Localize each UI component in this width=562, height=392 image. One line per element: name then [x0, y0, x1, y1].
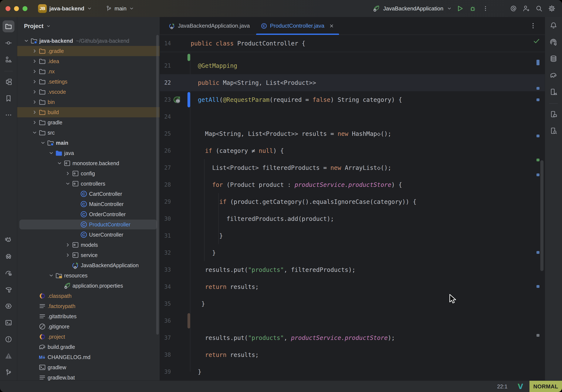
code-line-28[interactable]: 28for (Product product : productService.… — [160, 176, 545, 193]
code-with-me-button[interactable] — [522, 4, 531, 13]
tool-button-warning[interactable] — [2, 350, 14, 362]
tree-item-service[interactable]: service — [17, 250, 160, 260]
code-line-24[interactable]: 24 — [160, 108, 545, 125]
close-icon[interactable] — [329, 23, 334, 29]
tool-button-git-branch[interactable] — [2, 367, 14, 378]
code-line-39[interactable]: 39} — [160, 363, 545, 380]
more-run-actions-button[interactable] — [481, 4, 490, 13]
tree-item-gradlew[interactable]: gradlew — [17, 362, 160, 372]
chevron-down-icon[interactable] — [40, 140, 47, 146]
chevron-right-icon[interactable] — [65, 242, 71, 248]
tree-item-.gitignore[interactable]: .gitignore — [17, 321, 160, 332]
tool-button-elephant[interactable] — [548, 69, 560, 81]
code-line-29[interactable]: 29if (product.getCategory().equalsIgnore… — [160, 193, 545, 210]
settings-button[interactable] — [547, 4, 556, 13]
tool-button-build[interactable] — [2, 284, 14, 296]
tool-button-more[interactable] — [2, 109, 14, 121]
project-switcher[interactable]: JB java-backend — [38, 4, 92, 13]
tree-item-resources[interactable]: resources — [17, 270, 160, 281]
tool-button-project[interactable] — [2, 20, 14, 32]
tool-button-bell[interactable] — [548, 20, 560, 31]
chevron-right-icon[interactable] — [32, 69, 38, 74]
chevron-right-icon[interactable] — [32, 79, 38, 85]
tool-button-incognito[interactable] — [2, 250, 14, 262]
editor-tab-ProductController.java[interactable]: CProductController.java — [255, 17, 340, 35]
sticky-line-14[interactable]: 14public class ProductController { — [160, 35, 545, 52]
tool-button-device-window[interactable] — [548, 108, 560, 120]
run-button[interactable] — [455, 4, 465, 13]
caret-position-widget[interactable]: 22:1 — [497, 383, 508, 390]
tool-button-device-android[interactable] — [548, 86, 560, 98]
code-line-23[interactable]: 23getAll(@RequestParam(required = false)… — [160, 91, 545, 108]
tree-item-build.gradle[interactable]: build.gradle — [17, 342, 160, 352]
tree-item-ProductController[interactable]: CProductController — [17, 219, 160, 230]
tree-item-models[interactable]: models — [17, 240, 160, 250]
tree-item-UserController[interactable]: CUserController — [17, 230, 160, 240]
tree-item-build[interactable]: build — [17, 107, 160, 117]
tool-button-structure[interactable] — [2, 54, 14, 65]
code-line-25[interactable]: 25Map<String, List<Product>> results = n… — [160, 125, 545, 142]
chevron-right-icon[interactable] — [32, 109, 38, 115]
tree-item-monostore.backend[interactable]: monostore.backend — [17, 158, 160, 168]
chevron-right-icon[interactable] — [65, 252, 71, 258]
tree-item-main[interactable]: main — [17, 138, 160, 148]
tree-item-.gradle[interactable]: .gradle — [17, 46, 160, 56]
chevron-down-icon[interactable] — [23, 38, 30, 44]
tree-item-gradlew.bat[interactable]: gradlew.bat — [17, 372, 160, 380]
inspections-ok-icon[interactable] — [533, 37, 540, 45]
tree-item-src[interactable]: src — [17, 128, 160, 138]
tree-item-JavaBackendApplication[interactable]: JavaBackendApplication — [17, 260, 160, 270]
tool-button-ai-chat[interactable] — [548, 36, 560, 48]
chevron-right-icon[interactable] — [65, 170, 71, 177]
tree-item-OrderController[interactable]: COrderController — [17, 209, 160, 219]
chevron-down-icon[interactable] — [32, 130, 38, 136]
tool-button-device-search[interactable] — [548, 125, 560, 137]
debug-button[interactable] — [468, 4, 477, 13]
editor-content[interactable]: 14public class ProductController {21@Get… — [160, 35, 545, 380]
tree-item-MainController[interactable]: CMainController — [17, 199, 160, 209]
tree-item-gradle[interactable]: gradle — [17, 117, 160, 128]
code-line-21[interactable]: 21@GetMapping — [160, 57, 545, 74]
editor-options-button[interactable] — [529, 22, 537, 29]
search-everywhere-button[interactable] — [534, 4, 544, 13]
ideavim-icon[interactable]: V — [518, 382, 523, 391]
tool-button-bookmark[interactable] — [2, 93, 14, 104]
tree-item-CHANGELOG.md[interactable]: MCHANGELOG.md — [17, 352, 160, 362]
code-line-30[interactable]: 30filteredProducts.add(product); — [160, 210, 545, 227]
tree-item-application.properties[interactable]: application.properties — [17, 281, 160, 291]
editor-scrollbar[interactable] — [540, 160, 543, 271]
code-line-36[interactable]: 36 — [160, 312, 545, 329]
code-line-37[interactable]: 37results.put("products", productService… — [160, 329, 545, 346]
code-line-22[interactable]: 22public Map<String, List<Product>> — [160, 74, 545, 91]
chevron-right-icon[interactable] — [32, 58, 38, 64]
tool-button-windows[interactable] — [2, 76, 14, 88]
chevron-right-icon[interactable] — [32, 119, 38, 125]
tree-scrollbar[interactable] — [156, 35, 159, 335]
code-line-38[interactable]: 38return results; — [160, 346, 545, 363]
tree-item-.nx[interactable]: .nx — [17, 66, 160, 77]
code-line-32[interactable]: 32} — [160, 244, 545, 261]
code-line-35[interactable]: 35} — [160, 295, 545, 312]
tool-button-services[interactable] — [2, 300, 14, 312]
tool-button-database[interactable] — [548, 53, 560, 65]
chevron-right-icon[interactable] — [32, 99, 38, 105]
chevron-down-icon[interactable] — [65, 181, 71, 187]
tool-button-terminal[interactable] — [2, 317, 14, 329]
ai-assistant-button[interactable] — [509, 4, 518, 13]
project-panel-header[interactable]: Project — [17, 17, 160, 35]
code-line-33[interactable]: 33results.put("products", filteredProduc… — [160, 261, 545, 278]
branch-switcher[interactable]: main — [106, 5, 134, 12]
code-line-27[interactable]: 27List<Product> filteredProducts = new A… — [160, 159, 545, 176]
tree-item-.project[interactable]: .project — [17, 332, 160, 342]
chevron-down-icon[interactable] — [48, 273, 55, 278]
tree-item-.gitattributes[interactable]: .gitattributes — [17, 311, 160, 321]
tree-item-CartController[interactable]: CCartController — [17, 189, 160, 199]
tree-item-java-backend[interactable]: java-backend~/Github/java-backend — [17, 36, 160, 46]
zoom-window-button[interactable] — [23, 6, 27, 11]
chevron-right-icon[interactable] — [32, 48, 38, 54]
code-line-34[interactable]: 34return results; — [160, 278, 545, 295]
tree-item-bin[interactable]: bin — [17, 97, 160, 107]
tree-item-.classpath[interactable]: .classpath — [17, 291, 160, 301]
code-line-31[interactable]: 31} — [160, 227, 545, 244]
tool-button-cat[interactable] — [2, 234, 14, 246]
